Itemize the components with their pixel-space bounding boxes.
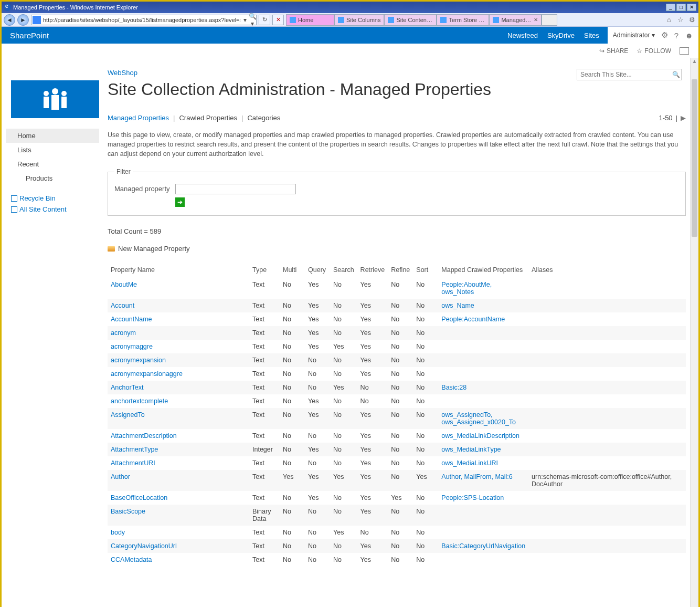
property-link[interactable]: body [111,529,125,536]
search-input[interactable] [577,71,671,78]
table-row: AssignedToTextNoYesNoYesNoNoows_Assigned… [108,408,686,429]
address-bar[interactable]: ▾ 🔍▾ [31,15,257,25]
new-tab-button[interactable] [542,14,557,26]
property-link[interactable]: acronymexpansionaggre [111,370,183,378]
mapped-link[interactable]: Author, MailFrom, Mail:6 [441,473,512,480]
th-mapped[interactable]: Mapped Crawled Properties [438,262,528,278]
property-link[interactable]: AssignedTo [111,411,145,418]
subnav-categories[interactable]: Categories [247,114,280,122]
focus-button[interactable] [680,47,689,55]
user-menu[interactable]: Administrator ▾ [613,32,655,39]
property-link[interactable]: anchortextcomplete [111,397,168,405]
back-button[interactable]: ◄ [4,14,15,26]
table-row: acronymTextNoYesNoYesNoNo [108,326,686,340]
mapped-link[interactable]: People:SPS-Location [441,494,504,501]
th-aliases[interactable]: Aliases [528,262,686,278]
search-dropdown-icon[interactable]: 🔍▾ [249,13,256,27]
tab-home[interactable]: Home [286,14,334,26]
tab-site-columns[interactable]: Site Columns [334,14,384,26]
mapped-link[interactable]: ows_MediaLinkURI [441,459,498,467]
nav-recent[interactable]: Recent [6,157,99,171]
search-icon[interactable]: 🔍 [671,71,681,78]
people-icon [37,86,73,112]
link-newsfeed[interactable]: Newsfeed [507,32,538,39]
th-retrieve[interactable]: Retrieve [357,262,388,278]
tab-site-content[interactable]: Site Content ... [384,14,437,26]
property-link[interactable]: AttachmentDescription [111,432,177,439]
site-logo[interactable] [11,80,99,118]
link-sites[interactable]: Sites [584,32,599,39]
th-query[interactable]: Query [305,262,330,278]
property-link[interactable]: CategoryNavigationUrl [111,542,177,550]
vertical-scrollbar[interactable]: ▲ ▼ [690,58,698,607]
scroll-thumb[interactable] [692,79,697,237]
follow-button[interactable]: ☆FOLLOW [637,47,671,55]
mapped-link[interactable]: ows_Name [441,302,474,309]
profile-icon[interactable]: ☻ [685,31,693,40]
mapped-link[interactable]: ows_MediaLinkType [441,446,501,453]
nav-home[interactable]: Home [6,129,99,143]
property-link[interactable]: AttachmentType [111,446,158,453]
settings-icon[interactable]: ⚙ [661,30,668,40]
mapped-link[interactable]: ows_AssignedTo, ows_Assigned_x0020_To [441,411,516,426]
refresh-button[interactable]: ↻ [259,15,270,25]
property-link[interactable]: CCAMetadata [111,556,152,563]
th-search[interactable]: Search [330,262,357,278]
th-type[interactable]: Type [249,262,280,278]
property-link[interactable]: acronymexpansion [111,357,166,364]
property-link[interactable]: acronymaggre [111,343,153,350]
property-link[interactable]: AttachmentURI [111,459,155,467]
mapped-link[interactable]: Basic:CategoryUrlNavigation [441,542,525,550]
forward-button[interactable]: ► [17,14,29,26]
help-icon[interactable]: ? [674,31,678,40]
nav-products[interactable]: Products [6,171,99,185]
breadcrumb-site[interactable]: WebShop [108,69,137,77]
property-link[interactable]: Account [111,302,134,309]
minimize-button[interactable]: _ [666,4,675,11]
recycle-bin-link[interactable]: Recycle Bin [11,193,99,204]
property-link[interactable]: AboutMe [111,281,137,288]
tab-term-store[interactable]: Term Store M... [437,14,489,26]
address-dropdown-icon[interactable]: ▾ [241,16,249,24]
filter-input[interactable] [175,184,296,194]
tab-managed-properties[interactable]: Managed ...✕ [489,14,542,26]
table-row: AttachmentURITextNoNoNoYesNoNoows_MediaL… [108,456,686,470]
window-titlebar: Managed Properties - Windows Internet Ex… [2,2,698,13]
stop-button[interactable]: ✕ [272,15,284,25]
maximize-button[interactable]: □ [676,4,686,11]
address-input[interactable] [42,17,241,23]
scroll-up-icon[interactable]: ▲ [691,58,698,66]
close-window-button[interactable]: ✕ [687,4,696,11]
mapped-link[interactable]: ows_MediaLinkDescription [441,432,519,439]
mapped-link[interactable]: People:AccountName [441,316,505,323]
th-refine[interactable]: Refine [388,262,413,278]
subnav-managed[interactable]: Managed Properties [108,114,169,122]
tab-close-icon[interactable]: ✕ [534,17,538,23]
property-link[interactable]: BasicScope [111,508,145,515]
property-link[interactable]: acronym [111,329,136,337]
th-name[interactable]: Property Name [108,262,249,278]
pager-next-icon[interactable]: ▶ [681,114,686,122]
favorites-icon[interactable]: ☆ [676,16,685,24]
property-link[interactable]: AccountName [111,316,152,323]
link-skydrive[interactable]: SkyDrive [547,32,575,39]
new-managed-property[interactable]: New Managed Property [108,245,686,253]
mapped-link[interactable]: People:AboutMe, ows_Notes [441,281,492,296]
all-site-content-link[interactable]: All Site Content [11,204,99,215]
share-button[interactable]: ↪SHARE [599,47,628,55]
property-link[interactable]: AnchorText [111,384,144,391]
table-row: acronymaggreTextNoYesYesYesNoNo [108,340,686,353]
site-search[interactable]: 🔍 [577,69,682,80]
nav-lists[interactable]: Lists [6,143,99,157]
mapped-link[interactable]: Basic:28 [441,384,466,391]
filter-fieldset: Filter Managed property ➔ [108,168,686,216]
th-multi[interactable]: Multi [280,262,305,278]
subnav-crawled[interactable]: Crawled Properties [179,114,237,122]
th-sort[interactable]: Sort [413,262,438,278]
filter-go-button[interactable]: ➔ [175,197,185,207]
home-icon[interactable]: ⌂ [665,16,673,24]
favicon-icon [33,16,41,24]
tools-icon[interactable]: ⚙ [688,16,696,24]
property-link[interactable]: BaseOfficeLocation [111,494,167,501]
property-link[interactable]: Author [111,473,130,480]
